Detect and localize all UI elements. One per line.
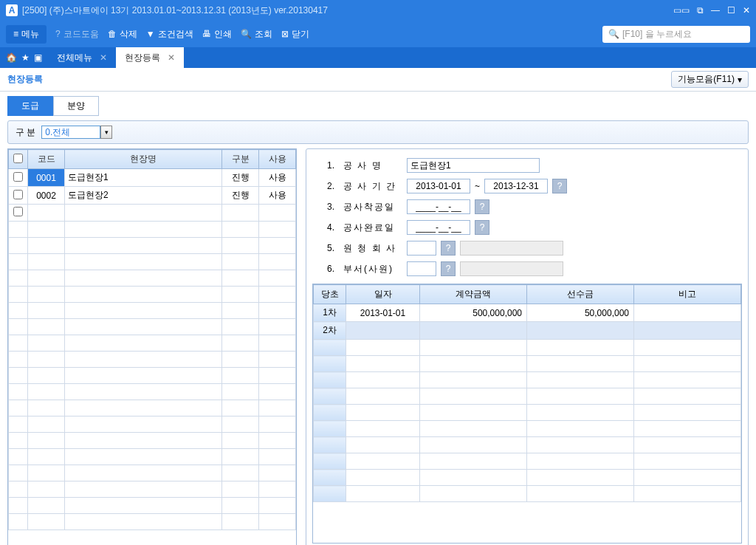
table-row[interactable] [9, 400, 296, 417]
table-row[interactable]: 0001 도급현장1 진행 사용 [9, 169, 296, 187]
maximize-icon[interactable]: ☐ [727, 5, 735, 16]
table-row[interactable] [9, 254, 296, 270]
table-row[interactable] [314, 437, 741, 453]
table-row[interactable] [9, 368, 296, 384]
input-contractor-code[interactable] [407, 241, 436, 256]
table-row[interactable] [9, 205, 296, 222]
cell-note[interactable] [634, 322, 741, 340]
table-row[interactable] [314, 453, 741, 470]
table-row[interactable] [314, 421, 741, 437]
table-row[interactable] [9, 287, 296, 303]
delete-button[interactable]: 🗑 삭제 [108, 28, 137, 41]
row-checkbox[interactable] [13, 207, 23, 216]
cell-date[interactable] [346, 322, 420, 340]
table-row[interactable]: 1차 2013-01-01 500,000,000 50,000,000 [314, 304, 741, 322]
filter-kind-select[interactable] [41, 126, 100, 139]
help-icon[interactable]: ? [475, 220, 489, 235]
cell-amount[interactable]: 500,000,000 [420, 304, 527, 322]
rgrid-header-initial: 당초 [314, 285, 346, 304]
table-row[interactable] [9, 352, 296, 368]
book-icon[interactable]: ▭▭ [673, 5, 690, 16]
contract-amount-grid[interactable]: 당초 일자 계약금액 선수금 비고 1차 2013-01-01 500,000,… [312, 284, 742, 544]
table-row[interactable] [9, 335, 296, 352]
grid-header-name: 현장명 [65, 150, 222, 169]
table-row[interactable] [314, 356, 741, 372]
table-row[interactable] [314, 405, 741, 421]
input-end-date[interactable] [407, 220, 470, 235]
print-button[interactable]: 🖶 인쇄 [202, 28, 232, 41]
cell-name[interactable]: 도급현장2 [65, 187, 222, 205]
table-row[interactable] [9, 449, 296, 465]
close-button[interactable]: ⊠ 닫기 [281, 28, 309, 41]
cond-search-button[interactable]: ▼ 조건검색 [146, 28, 193, 41]
chevron-down-icon[interactable]: ▾ [100, 126, 112, 139]
home-icon[interactable]: 🏠 [6, 52, 17, 63]
input-dept-code[interactable] [407, 261, 436, 276]
table-row[interactable] [9, 319, 296, 335]
cell-use[interactable]: 사용 [259, 169, 296, 187]
label-prime-contractor: 원 청 회 사 [343, 242, 402, 255]
cell-date[interactable]: 2013-01-01 [346, 304, 420, 322]
row-checkbox[interactable] [13, 172, 23, 182]
table-row[interactable] [9, 465, 296, 481]
table-row[interactable] [314, 388, 741, 405]
toolbar-search[interactable]: 🔍 [F10] 을 누르세요 [602, 26, 750, 43]
input-period-to[interactable] [484, 179, 548, 193]
cell-advance[interactable]: 50,000,000 [527, 304, 634, 322]
cell-amount[interactable] [420, 322, 527, 340]
table-row[interactable] [9, 384, 296, 400]
cell-code[interactable]: 0001 [28, 169, 65, 187]
cell-use[interactable]: 사용 [259, 187, 296, 205]
code-help-button[interactable]: ? 코드도움 [55, 28, 99, 41]
star-icon[interactable]: ★ [21, 52, 30, 63]
code-help-label: 코드도움 [63, 28, 99, 41]
cell-kind[interactable]: 진행 [222, 187, 259, 205]
filter-bar: 구 분 ▾ [7, 120, 749, 144]
input-period-from[interactable] [407, 179, 470, 193]
tab-close-icon[interactable]: ✕ [168, 52, 175, 63]
table-row[interactable] [9, 498, 296, 514]
table-row[interactable] [314, 340, 741, 356]
subtab-contract[interactable]: 도급 [7, 96, 53, 116]
cascade-icon[interactable]: ⧉ [697, 5, 704, 16]
grid-header-checkbox[interactable] [9, 150, 28, 169]
table-row[interactable] [9, 514, 296, 530]
help-icon[interactable]: ? [441, 241, 456, 256]
table-row[interactable] [9, 303, 296, 319]
subtab-sale[interactable]: 분양 [53, 96, 99, 116]
table-row[interactable] [9, 481, 296, 498]
cell-kind[interactable]: 진행 [222, 169, 259, 187]
table-row[interactable] [9, 417, 296, 433]
minimize-icon[interactable]: — [711, 5, 720, 16]
input-site-name[interactable] [407, 158, 540, 173]
table-row[interactable] [9, 222, 296, 238]
tab-close-icon[interactable]: ✕ [100, 52, 107, 63]
folder-icon[interactable]: ▣ [34, 52, 42, 63]
tab-site-register[interactable]: 현장등록 ✕ [116, 47, 184, 68]
cell-note[interactable] [634, 304, 741, 322]
site-list-grid[interactable]: 코드 현장명 구분 사용 0001 도급현장1 진행 사용 0002 도급현장2… [7, 148, 297, 545]
input-start-date[interactable] [407, 199, 470, 214]
tab-allmenu[interactable]: 전체메뉴 ✕ [48, 47, 116, 68]
table-row[interactable] [314, 470, 741, 486]
help-icon[interactable]: ? [441, 261, 456, 276]
rgrid-header-date: 일자 [346, 285, 420, 304]
menu-button[interactable]: ≡ 메뉴 [6, 25, 47, 44]
table-row[interactable] [9, 270, 296, 287]
table-row[interactable]: 0002 도급현장2 진행 사용 [9, 187, 296, 205]
cell-name[interactable]: 도급현장1 [65, 169, 222, 187]
table-row[interactable] [314, 372, 741, 388]
table-row[interactable] [9, 433, 296, 449]
cell-code[interactable]: 0002 [28, 187, 65, 205]
help-icon[interactable]: ? [552, 179, 567, 193]
row-checkbox[interactable] [13, 190, 23, 199]
query-button[interactable]: 🔍 조회 [241, 28, 272, 41]
table-row[interactable] [314, 486, 741, 502]
table-row[interactable]: 2차 [314, 322, 741, 340]
help-icon[interactable]: ? [475, 199, 489, 214]
window-title: [2500] (주)스마트에이 13기 2013.01.01~2013.12.3… [22, 4, 328, 17]
cell-advance[interactable] [527, 322, 634, 340]
table-row[interactable] [9, 238, 296, 254]
function-menu-button[interactable]: 기능모음(F11) ▾ [671, 71, 749, 88]
close-icon[interactable]: ✕ [743, 5, 750, 16]
